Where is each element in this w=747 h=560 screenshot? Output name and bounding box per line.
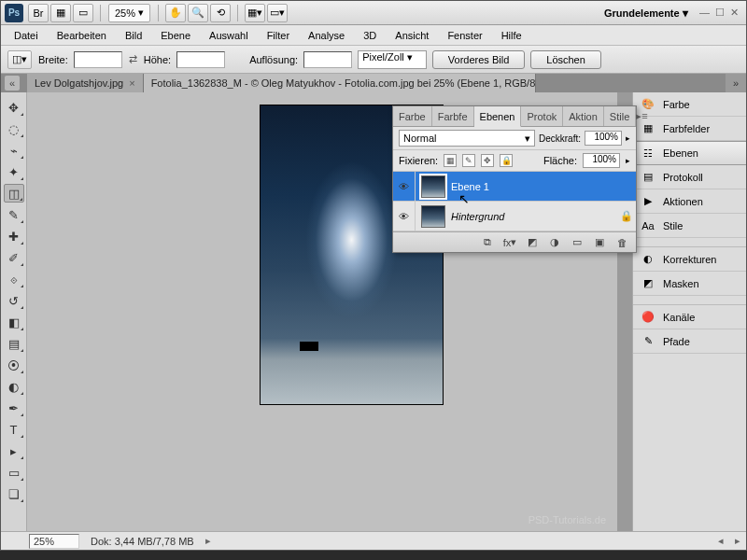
document-tab[interactable]: Fotolia_1362838_M - © Oleg Matyukhov - F… [144,74,536,92]
dock-tab[interactable]: ☷Ebenen [632,141,746,165]
blur-tool[interactable]: ⦿ [4,356,24,374]
type-tool[interactable]: T [4,420,24,439]
healing-tool[interactable]: ✚ [4,227,24,245]
menu-item[interactable]: Hilfe [492,28,531,43]
layer-thumbnail[interactable] [421,205,445,228]
dock-tab[interactable]: ✎Pfade [633,329,746,354]
scroll-left-icon[interactable]: ◂ [718,535,724,547]
menu-item[interactable]: Auswahl [200,28,258,43]
collapse-left-icon[interactable]: « [5,76,20,91]
blend-mode-select[interactable]: Normal▾ [399,130,535,147]
crop-resolution-input[interactable] [303,51,352,68]
panel-tab[interactable]: Stile [604,106,636,126]
dodge-tool[interactable]: ◐ [4,377,24,396]
minimize-button[interactable]: — [699,7,710,19]
brush-tool[interactable]: ✐ [4,248,24,267]
layer-row[interactable]: 👁Hintergrund🔒 [393,202,636,231]
lock-all-icon[interactable]: 🔒 [500,154,513,167]
visibility-toggle[interactable]: 👁 [393,202,416,231]
menu-item[interactable]: Fenster [438,28,491,43]
crop-tool-icon[interactable]: ◫▾ [7,50,32,69]
screen-mode-button[interactable]: ▭▾ [267,4,288,22]
swap-dims-icon[interactable]: ⇄ [128,53,138,65]
eyedropper-tool[interactable]: ✎ [4,205,24,224]
visibility-toggle[interactable]: 👁 [393,172,416,201]
group-icon[interactable]: ▭ [569,235,585,250]
clear-button[interactable]: Löschen [530,50,601,69]
3d-tool[interactable]: ❏ [4,484,24,503]
dock-tab[interactable]: AaStile [633,214,746,238]
close-button[interactable]: ✕ [730,7,739,19]
lock-transparency-icon[interactable]: ▦ [444,154,457,167]
menu-item[interactable]: Datei [5,28,48,43]
maximize-button[interactable]: ☐ [715,7,725,19]
new-layer-icon[interactable]: ▣ [591,235,608,250]
panel-tab[interactable]: Ebenen [474,106,522,127]
dock-tab[interactable]: 🎨Farbe [633,92,746,117]
crop-height-input[interactable] [176,51,225,68]
panel-tab[interactable]: Farbe [393,106,432,126]
dock-tab[interactable]: ◩Masken [633,272,746,296]
crop-width-input[interactable] [74,51,122,68]
layer-name[interactable]: Hintergrund [451,211,617,222]
lock-position-icon[interactable]: ✥ [481,154,494,167]
link-layers-icon[interactable]: ⧉ [479,235,496,250]
lock-pixels-icon[interactable]: ✎ [462,154,475,167]
dock-tab[interactable]: 🔴Kanäle [633,305,746,329]
history-brush-tool[interactable]: ↺ [4,291,24,310]
rotate-view-shortcut[interactable]: ⟲ [210,4,231,22]
resolution-unit-select[interactable]: Pixel/Zoll ▾ [358,50,427,69]
arrange-docs-button[interactable]: ▦▾ [245,4,265,22]
stamp-tool[interactable]: ⟐ [4,270,24,288]
fx-menu-icon[interactable]: fx▾ [501,235,518,250]
dock-tab[interactable]: ▶Aktionen [633,189,746,214]
zoom-level-dropdown[interactable]: 25% ▾ [108,4,150,22]
fill-label: Fläche: [543,155,577,166]
view-arrange-button[interactable]: ▭ [73,4,93,22]
menu-item[interactable]: Bild [116,28,151,43]
status-zoom[interactable]: 25% [29,534,79,549]
view-extras-button[interactable]: ▦ [50,4,71,22]
menu-item[interactable]: Ebene [151,28,200,43]
dock-tab[interactable]: ▤Protokoll [633,165,746,189]
menu-item[interactable]: Filter [258,28,299,43]
shape-tool[interactable]: ▭ [4,463,24,482]
opacity-input[interactable]: 100% [585,131,622,146]
panel-menu-icon[interactable]: ▸≡ [636,106,647,126]
eraser-tool[interactable]: ◧ [4,313,24,331]
adjustment-layer-icon[interactable]: ◑ [546,235,563,250]
close-icon[interactable]: × [129,77,134,89]
scroll-right-icon[interactable]: ▸ [735,535,740,547]
lasso-tool[interactable]: ⌁ [4,141,24,160]
tab-overflow-button[interactable]: » [726,74,746,92]
dock-tab[interactable]: ◐Korrekturen [633,247,746,272]
delete-layer-icon[interactable]: 🗑 [613,235,630,250]
dock-tab[interactable]: ▦Farbfelder [633,117,746,141]
menu-item[interactable]: Bearbeiten [48,28,116,43]
menu-item[interactable]: Analyse [299,28,354,43]
layer-name[interactable]: Ebene 1 [451,181,617,192]
panel-tab[interactable]: Aktion [563,106,604,126]
front-image-button[interactable]: Vorderes Bild [432,50,525,69]
panel-tab[interactable]: Farbfe [432,106,474,126]
bridge-button[interactable]: Br [28,4,49,22]
quick-select-tool[interactable]: ✦ [4,162,24,181]
workspace-switcher[interactable]: Grundelemente ▾ [597,7,696,20]
pen-tool[interactable]: ✒ [4,399,24,417]
move-tool[interactable]: ✥ [4,98,24,117]
gradient-tool[interactable]: ▤ [4,334,24,353]
layer-row[interactable]: 👁Ebene 1 [393,172,636,202]
path-select-tool[interactable]: ▸ [4,441,24,460]
menu-item[interactable]: Ansicht [386,28,438,43]
marquee-tool[interactable]: ◌ [4,119,24,138]
hand-tool-shortcut[interactable]: ✋ [165,4,186,22]
document-tab[interactable]: Lev Dolgatshjov.jpg × [27,74,144,92]
layer-mask-icon[interactable]: ◩ [524,235,541,250]
zoom-tool-shortcut[interactable]: 🔍 [188,4,208,22]
menu-item[interactable]: 3D [354,28,386,43]
status-menu-icon[interactable]: ▸ [205,535,211,547]
layer-thumbnail[interactable] [421,175,445,198]
crop-tool[interactable]: ◫ [4,184,24,203]
panel-tab[interactable]: Protok [521,106,563,126]
fill-input[interactable]: 100% [583,153,620,168]
